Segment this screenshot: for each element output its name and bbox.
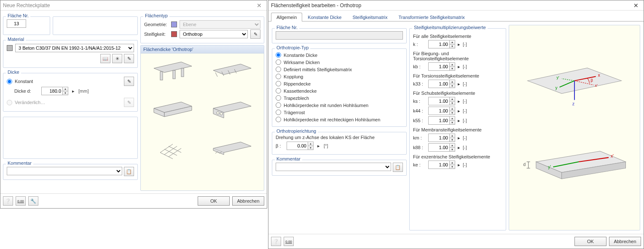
cancel-button[interactable]: Abbrechen — [232, 196, 264, 206]
flaeche-nr-input — [276, 31, 403, 40]
thumb-trapez — [209, 134, 255, 163]
close-icon[interactable]: ✕ — [631, 1, 641, 10]
kommentar-select[interactable] — [7, 167, 122, 175]
ortho-type-radio[interactable]: Konstante Dicke — [276, 51, 403, 59]
ortho-type-radio[interactable]: Kassettendecke — [276, 87, 403, 94]
ok-button[interactable]: OK — [198, 196, 230, 206]
geometrie-select: Ebene — [180, 20, 260, 29]
svg-text:d: d — [523, 162, 526, 167]
ortho-type-radio[interactable]: Kopplung — [276, 73, 403, 80]
k33-spinner[interactable]: ▲▼ — [428, 80, 455, 88]
svg-text:x: x — [598, 73, 600, 78]
thumb-solid — [149, 96, 196, 125]
help-icon[interactable]: ❔ — [271, 237, 281, 246]
geometrie-label: Geometrie: — [144, 22, 169, 27]
mult-label: Steifigkeitsmultiplizierungsbeiwerte — [412, 25, 488, 30]
k55-spinner[interactable]: ▲▼ — [428, 116, 455, 125]
ortho-type-radio[interactable]: Rippendecke — [276, 80, 403, 87]
extra-icon[interactable]: 🔧 — [28, 196, 38, 206]
new-material-icon[interactable]: ✳ — [112, 54, 122, 63]
radio-konstant[interactable]: Konstant — [7, 78, 33, 85]
kommentar-select[interactable] — [276, 163, 391, 171]
edit-thickness-icon[interactable]: ✎ — [124, 77, 134, 86]
thumb-hollow — [209, 96, 255, 125]
help-icon[interactable]: ❔ — [3, 196, 13, 206]
svg-text:β: β — [590, 78, 593, 83]
steifigkeit-label: Steifigkeit: — [144, 32, 169, 37]
units-icon[interactable]: 0.00 — [16, 196, 26, 206]
flaechentyp-label: Flächentyp — [143, 13, 169, 18]
ks-spinner[interactable]: ▲▼ — [428, 97, 455, 105]
ok-button[interactable]: OK — [574, 237, 606, 246]
dicke-d-label: Dicke d: — [14, 88, 39, 94]
dialog-title: Neue Rechteckplatte — [3, 3, 50, 8]
cancel-button[interactable]: Abbrechen — [609, 237, 641, 246]
titlebar: Flächensteifigkeit bearbeiten - Orthotro… — [268, 0, 644, 11]
beta-spinner[interactable]: ▲▼ — [287, 142, 314, 150]
ortho-type-radio[interactable]: Hohlkörperdecke mit runden Hohlräumen — [276, 102, 403, 109]
ortho-type-radio[interactable]: Trapezblech — [276, 94, 403, 102]
units-icon[interactable]: 0.00 — [284, 237, 294, 246]
steifigkeit-select[interactable]: Orthotrop — [180, 30, 248, 38]
tab-allgemein[interactable]: Allgemein — [271, 13, 302, 21]
kommentar-label: Kommentar — [275, 156, 302, 161]
k-spinner[interactable]: ▲▼ — [428, 40, 455, 48]
kommentar-pick-icon[interactable]: 📋 — [124, 167, 134, 176]
ortho-dir-label: Orthotropierichtung — [275, 129, 318, 134]
thumb-slab-on-columns — [149, 58, 196, 87]
stiffness-swatch-icon — [171, 31, 177, 37]
tab-steifigkeitsmatrix[interactable]: Steifigkeitsmatrix — [347, 13, 393, 21]
close-icon[interactable]: ✕ — [254, 1, 264, 10]
svg-text:x': x' — [611, 154, 614, 158]
material-select[interactable]: 3 Beton C30/37 DIN EN 1992-1-1/NA/A1:201… — [15, 44, 134, 52]
beta-label: β : — [276, 143, 284, 148]
ortho-type-radio[interactable]: Hohlkörperdecke mit rechteckigen Hohlräu… — [276, 116, 403, 123]
tab-konstante-dicke[interactable]: Konstante Dicke — [302, 13, 347, 21]
geometry-swatch-icon — [171, 21, 177, 27]
kb-spinner[interactable]: ▲▼ — [428, 62, 455, 71]
kommentar-label: Kommentar — [6, 161, 33, 166]
flaeche-nr-label: Fläche Nr. — [6, 13, 30, 18]
diagram-panel: x y z x' y' β — [509, 25, 640, 230]
edit-stiffness-icon[interactable]: ✎ — [250, 29, 260, 39]
svg-rect-1 — [173, 70, 175, 79]
material-label: Material — [6, 37, 26, 42]
k88-spinner[interactable]: ▲▼ — [428, 143, 455, 152]
svg-text:z: z — [572, 102, 574, 106]
dialog-title: Flächensteifigkeit bearbeiten - Orthotro… — [271, 3, 361, 8]
dialog-new-rect-plate: Neue Rechteckplatte ✕ Fläche Nr. Materia… — [0, 0, 267, 209]
thumb-ribbed — [209, 58, 255, 87]
dicke-label: Dicke — [6, 70, 21, 75]
preview-title: Flächendicke 'Orthotrop' — [141, 46, 264, 54]
ortho-type-radio[interactable]: Wirksame Dicken — [276, 59, 403, 66]
km-spinner[interactable]: ▲▼ — [428, 134, 455, 142]
kommentar-pick-icon[interactable]: 📋 — [393, 163, 403, 172]
flaeche-nr-label: Fläche Nr. — [275, 25, 299, 30]
preview-panel: Flächendicke 'Orthotrop' — [140, 45, 264, 191]
edit-variable-icon: ✎ — [124, 98, 134, 107]
ortho-typ-label: Orthotropie-Typ — [275, 45, 310, 50]
library-icon[interactable]: 📖 — [100, 54, 110, 63]
k44-spinner[interactable]: ▲▼ — [428, 107, 455, 115]
tabs: Allgemein Konstante Dicke Steifigkeitsma… — [268, 11, 644, 21]
radio-veraenderlich: Veränderlich… — [7, 99, 45, 106]
ortho-type-radio[interactable]: Trägerrost — [276, 109, 403, 116]
dialog-edit-stiffness: Flächensteifigkeit bearbeiten - Orthotro… — [268, 0, 644, 249]
ortho-type-radio[interactable]: Definiert mittels Steifigkeitsmatrix — [276, 66, 403, 73]
ke-spinner[interactable]: ▲▼ — [428, 161, 455, 169]
edit-material-icon[interactable]: ✎ — [124, 54, 134, 63]
svg-rect-2 — [181, 68, 184, 77]
titlebar: Neue Rechteckplatte ✕ — [0, 0, 267, 11]
svg-rect-0 — [160, 72, 163, 80]
material-swatch-icon — [7, 45, 13, 51]
svg-text:x': x' — [595, 83, 598, 88]
svg-text:y': y' — [548, 165, 551, 169]
drehung-label: Drehung um z-Achse des lokalen KS der Fl… — [276, 135, 403, 140]
dicke-d-spinner[interactable]: ▲▼ — [41, 87, 68, 95]
svg-point-4 — [220, 112, 223, 115]
thumb-grid — [149, 134, 196, 163]
tab-transformierte[interactable]: Transformierte Steifigkeitsmatrix — [393, 13, 470, 21]
svg-text:y': y' — [556, 75, 559, 80]
flaeche-nr-input[interactable] — [7, 19, 26, 28]
svg-point-3 — [217, 112, 219, 114]
